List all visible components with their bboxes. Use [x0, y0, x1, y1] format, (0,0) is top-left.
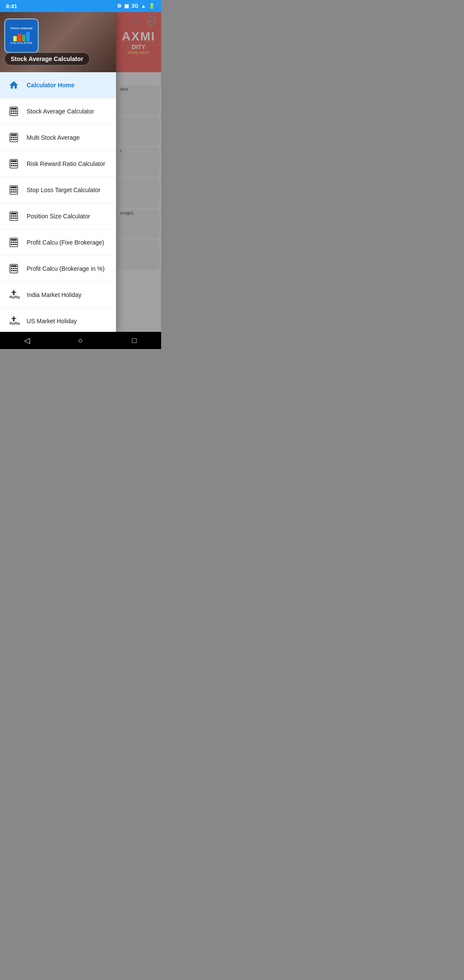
svg-rect-21 — [11, 163, 12, 164]
menu-item-india-holiday[interactable]: India Market Holiday — [0, 282, 116, 308]
navigation-bar: ◁ ○ □ — [0, 332, 161, 349]
recent-icon: □ — [132, 336, 137, 345]
drawer-header: STOCK AVERAGE CALCULATOR Stock Average C… — [0, 12, 116, 72]
menu-item-profit-fixed[interactable]: Profit Calcu (Fixe Brokerage) — [0, 230, 116, 256]
svg-rect-28 — [11, 187, 17, 188]
svg-rect-15 — [15, 137, 17, 138]
svg-rect-55 — [15, 268, 17, 269]
logo-bar-green — [22, 35, 25, 41]
svg-rect-48 — [11, 244, 12, 245]
svg-point-62 — [13, 320, 15, 322]
svg-rect-8 — [11, 113, 12, 114]
drawer-overlay[interactable] — [116, 12, 161, 332]
svg-rect-25 — [13, 165, 15, 166]
calculator-icon-profit-fixed — [7, 236, 21, 249]
menu-label-risk-reward: Risk Reward Ratio Calculator — [27, 160, 105, 167]
svg-rect-31 — [15, 189, 17, 190]
svg-rect-33 — [13, 191, 15, 193]
svg-rect-57 — [13, 270, 15, 271]
svg-rect-38 — [13, 215, 15, 217]
svg-rect-26 — [15, 165, 17, 166]
svg-rect-9 — [13, 113, 15, 114]
svg-rect-7 — [15, 110, 17, 112]
menu-label-profit-percent: Profit Calcu (Brokerage in %) — [27, 265, 104, 272]
status-bar-right: ⚙ ▣ 3G ▲ 🔋 — [117, 3, 155, 9]
svg-rect-49 — [13, 244, 15, 245]
network-type: 3G — [131, 3, 138, 9]
menu-item-calculator-home[interactable]: Calculator Home — [0, 72, 116, 98]
menu-item-profit-percent[interactable]: Profit Calcu (Brokerage in %) — [0, 256, 116, 282]
svg-rect-13 — [11, 137, 12, 138]
svg-rect-18 — [15, 139, 17, 140]
svg-rect-54 — [13, 268, 15, 269]
logo-bottom-text: CALCULATOR — [10, 42, 32, 44]
svg-rect-47 — [15, 242, 17, 243]
svg-rect-30 — [13, 189, 15, 190]
menu-item-risk-reward[interactable]: Risk Reward Ratio Calculator — [0, 151, 116, 177]
svg-rect-22 — [13, 163, 15, 164]
calculator-icon-profit-percent — [7, 262, 21, 276]
drawer-logo: STOCK AVERAGE CALCULATOR — [4, 18, 39, 53]
logo-bar-red — [18, 34, 21, 41]
svg-rect-37 — [11, 215, 12, 217]
svg-rect-6 — [13, 110, 15, 112]
menu-item-multi-stock[interactable]: Multi Stock Average — [0, 125, 116, 151]
svg-point-60 — [13, 294, 15, 295]
home-nav-icon: ○ — [78, 336, 83, 345]
svg-rect-34 — [15, 191, 17, 193]
svg-point-59 — [12, 291, 15, 294]
recent-button[interactable]: □ — [124, 334, 145, 347]
holiday-icon-us — [7, 314, 21, 328]
signal-icon: ▲ — [141, 3, 146, 9]
svg-rect-52 — [11, 265, 17, 267]
svg-rect-32 — [11, 191, 12, 193]
svg-rect-17 — [13, 139, 15, 140]
menu-label-india-holiday: India Market Holiday — [27, 291, 82, 298]
drawer-menu: Calculator Home Stock Average Calculator — [0, 72, 116, 332]
menu-label-multi-stock: Multi Stock Average — [27, 134, 79, 141]
svg-rect-56 — [11, 270, 12, 271]
status-bar-left: 8:41 — [6, 3, 17, 9]
calculator-icon-position — [7, 209, 21, 223]
back-icon: ◁ — [24, 336, 30, 345]
menu-item-stop-loss[interactable]: Stop Loss Target Calculator — [0, 177, 116, 203]
menu-label-profit-fixed: Profit Calcu (Fixe Brokerage) — [27, 239, 104, 246]
time-display: 8:41 — [6, 3, 17, 9]
svg-rect-58 — [15, 270, 17, 271]
svg-rect-12 — [11, 134, 17, 136]
calculator-icon-risk — [7, 157, 21, 171]
svg-rect-16 — [11, 139, 12, 140]
menu-label-calculator-home: Calculator Home — [27, 82, 74, 89]
svg-rect-40 — [11, 217, 12, 219]
svg-rect-23 — [15, 163, 17, 164]
logo-bar-yellow — [13, 36, 17, 41]
svg-rect-4 — [11, 108, 17, 110]
svg-rect-29 — [11, 189, 12, 190]
svg-rect-45 — [11, 242, 12, 243]
drawer-header-title: Stock Average Calculator — [4, 52, 90, 65]
svg-rect-5 — [11, 110, 12, 112]
svg-rect-36 — [11, 213, 17, 214]
menu-label-us-holiday: US Market Holiday — [27, 318, 77, 325]
navigation-drawer: STOCK AVERAGE CALCULATOR Stock Average C… — [0, 12, 116, 332]
menu-item-position-size[interactable]: Position Size Calculator — [0, 203, 116, 230]
menu-item-stock-average[interactable]: Stock Average Calculator — [0, 98, 116, 125]
svg-rect-41 — [13, 217, 15, 219]
svg-rect-53 — [11, 268, 12, 269]
svg-rect-24 — [11, 165, 12, 166]
calculator-icon-stop-loss — [7, 183, 21, 197]
svg-rect-42 — [15, 217, 17, 219]
menu-label-stop-loss: Stop Loss Target Calculator — [27, 187, 101, 193]
svg-rect-46 — [13, 242, 15, 243]
settings-icon: ⚙ — [117, 3, 122, 9]
svg-rect-50 — [15, 244, 17, 245]
calculator-icon-multi — [7, 131, 21, 144]
svg-rect-14 — [13, 137, 15, 138]
menu-item-us-holiday[interactable]: US Market Holiday — [0, 308, 116, 332]
holiday-icon-india — [7, 288, 21, 302]
svg-point-61 — [12, 317, 15, 320]
home-button[interactable]: ○ — [70, 334, 92, 347]
logo-bar-blue — [26, 32, 30, 41]
calculator-icon-stock — [7, 104, 21, 118]
back-button[interactable]: ◁ — [16, 334, 38, 347]
